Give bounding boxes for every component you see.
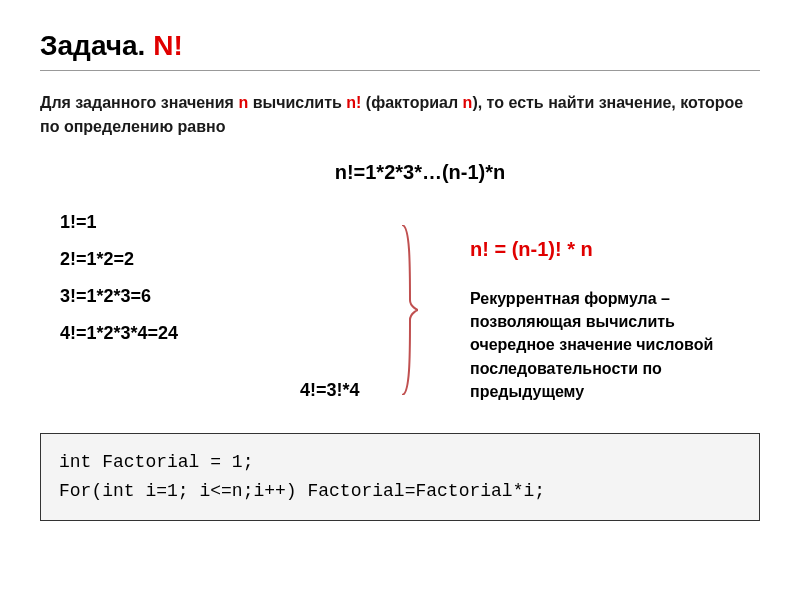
title-word1: Задача [40, 30, 138, 61]
main-formula: n!=1*2*3*…(n-1)*n [40, 161, 760, 184]
intro-part1: Для заданного значения [40, 94, 238, 111]
code-line-2: For(int i=1; i<=n;i++) Factorial=Factori… [59, 477, 741, 506]
recurrent-column: n! = (n-1)! * n Рекуррентная формула – п… [440, 212, 760, 403]
recurrent-description: Рекуррентная формула – позволяющая вычис… [470, 287, 760, 403]
example-4: 4!=1*2*3*4=24 [60, 323, 280, 344]
brace-icon [400, 225, 418, 395]
example-2: 2!=1*2=2 [60, 249, 280, 270]
intro-n1: n [238, 94, 248, 111]
intro-part3: (факториал [361, 94, 462, 111]
divider [40, 70, 760, 71]
example-3: 3!=1*2*3=6 [60, 286, 280, 307]
page-title: Задача. N! [40, 30, 760, 62]
intro-text: Для заданного значения n вычислить n! (ф… [40, 91, 760, 139]
intro-n2: n [463, 94, 473, 111]
example-1: 1!=1 [60, 212, 280, 233]
intro-part2: вычислить [248, 94, 346, 111]
examples-column: 1!=1 2!=1*2=2 3!=1*2*3=6 4!=1*2*3*4=24 [40, 212, 280, 403]
intro-nfact: n! [346, 94, 361, 111]
title-n: N! [153, 30, 183, 61]
code-line-1: int Factorial = 1; [59, 448, 741, 477]
code-block: int Factorial = 1; For(int i=1; i<=n;i++… [40, 433, 760, 521]
title-dot: . [138, 30, 154, 61]
recurrent-formula: n! = (n-1)! * n [470, 238, 760, 261]
